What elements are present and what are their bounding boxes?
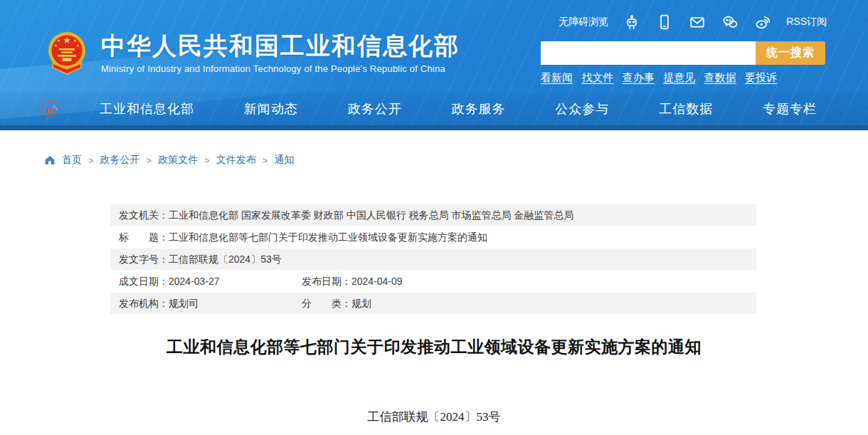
article-doc-number: 工信部联规〔2024〕53号 [0, 409, 868, 425]
document-meta-table: 发文机关：工业和信息化部 国家发展改革委 财政部 中国人民银行 税务总局 市场监… [110, 204, 756, 315]
crumb-notice[interactable]: 通知 [274, 154, 294, 167]
nav-item-miit-data[interactable]: 工信数据 [659, 100, 713, 117]
meta-value: 工信部联规〔2024〕53号 [169, 253, 282, 265]
meta-label: 发文机关： [119, 209, 169, 221]
crumb-separator: > [147, 155, 152, 166]
meta-value: 规划 [351, 298, 371, 309]
meta-label: 发布机构： [119, 298, 169, 309]
meta-label: 发文字号： [119, 253, 169, 265]
meta-pair-publisher: 发布机构：规划司 [119, 293, 299, 314]
meta-value: 规划司 [169, 298, 199, 309]
nav-item-news[interactable]: 新闻动态 [244, 100, 298, 117]
weibo-icon[interactable] [753, 13, 772, 31]
brand-text: 中华人民共和国工业和信息化部 Ministry of Industry and … [101, 31, 460, 74]
article-title: 工业和信息化部等七部门关于印发推动工业领域设备更新实施方案的通知 [0, 336, 868, 358]
breadcrumb: 首页 > 政务公开 > 政策文件 > 文件发布 > 通知 [44, 154, 294, 167]
svg-text:★: ★ [63, 35, 71, 46]
site-header: 无障碍浏览 [0, 0, 868, 125]
meta-row-publisher-category: 发布机构：规划司 分 类：规划 [110, 293, 756, 314]
brand: ★ ★ ★ ★ ★ 中华人民共和国工业和信息化部 Ministry of Ind… [47, 31, 460, 75]
quick-link-data[interactable]: 查数据 [704, 71, 736, 85]
home-icon[interactable] [44, 154, 55, 165]
mobile-icon[interactable] [655, 13, 674, 31]
meta-label: 分 类： [302, 298, 351, 309]
svg-text:★: ★ [73, 38, 77, 43]
mail-icon[interactable] [688, 13, 706, 31]
crumb-separator: > [263, 155, 268, 166]
meta-value: 工业和信息化部等七部门关于印发推动工业领域设备更新实施方案的通知 [169, 231, 487, 243]
site-subtitle: Ministry of Industry and Information Tec… [101, 63, 460, 74]
quick-links: 看新闻 找文件 查办事 提意见 查数据 要投诉 [541, 71, 777, 85]
meta-pair-publish-date: 发布日期：2024-04-09 [302, 276, 403, 287]
meta-row-title: 标 题：工业和信息化部等七部门关于印发推动工业领域设备更新实施方案的通知 [110, 226, 756, 248]
quick-link-services[interactable]: 查办事 [623, 71, 655, 85]
site-title: 中华人民共和国工业和信息化部 [101, 31, 460, 60]
main-nav: e 工业和信息化部 新闻动态 政务公开 政务服务 公众参与 工信数据 专题专栏 [0, 93, 868, 125]
nav-item-gov-disclosure[interactable]: 政务公开 [348, 100, 402, 117]
meta-label: 成文日期： [119, 276, 169, 287]
crumb-gov-disclosure[interactable]: 政务公开 [100, 154, 140, 167]
crumb-separator: > [204, 155, 210, 166]
page: 无障碍浏览 [0, 0, 868, 435]
national-emblem-icon: ★ ★ ★ ★ ★ [47, 31, 87, 75]
accessibility-link[interactable]: 无障碍浏览 [559, 16, 608, 28]
rss-link[interactable]: RSS订阅 [786, 16, 827, 28]
nav-item-miit[interactable]: 工业和信息化部 [100, 100, 194, 117]
svg-text:e: e [46, 103, 53, 116]
svg-text:★: ★ [76, 43, 80, 48]
meta-value: 2024-04-09 [351, 276, 403, 287]
svg-text:★: ★ [54, 43, 58, 48]
crumb-separator: > [88, 155, 94, 166]
quick-link-news[interactable]: 看新闻 [541, 71, 573, 85]
meta-row-dates: 成文日期：2024-03-27 发布日期：2024-04-09 [110, 271, 756, 292]
quick-link-suggestions[interactable]: 提意见 [663, 71, 695, 85]
search-bar: 统一搜索 [541, 41, 825, 65]
meta-label: 发布日期： [302, 276, 351, 287]
meta-value: 工业和信息化部 国家发展改革委 财政部 中国人民银行 税务总局 市场监管总局 金… [169, 209, 573, 221]
search-input[interactable] [541, 41, 756, 65]
meta-pair-category: 分 类：规划 [302, 298, 371, 309]
svg-text:★: ★ [57, 38, 60, 43]
meta-pair-written-date: 成文日期：2024-03-27 [119, 271, 299, 292]
unified-search-button[interactable]: 统一搜索 [756, 41, 825, 65]
crumb-document-release[interactable]: 文件发布 [216, 154, 256, 167]
quick-link-documents[interactable]: 找文件 [581, 71, 613, 85]
nav-item-public-participation[interactable]: 公众参与 [555, 100, 609, 117]
crumb-policy-documents[interactable]: 政策文件 [158, 154, 198, 167]
quick-link-complaints[interactable]: 要投诉 [745, 71, 777, 85]
nav-bottom-strip [0, 125, 868, 130]
wechat-icon[interactable] [721, 13, 739, 31]
meta-row-document-number: 发文字号：工信部联规〔2024〕53号 [110, 248, 756, 270]
nav-item-gov-services[interactable]: 政务服务 [451, 100, 505, 117]
crumb-home[interactable]: 首页 [62, 154, 82, 167]
meta-value: 2024-03-27 [169, 276, 220, 287]
search-area: 统一搜索 看新闻 找文件 查办事 提意见 查数据 要投诉 [541, 41, 825, 85]
nav-items: 工业和信息化部 新闻动态 政务公开 政务服务 公众参与 工信数据 专题专栏 [100, 93, 817, 125]
robot-icon[interactable] [623, 13, 641, 31]
meta-label: 标 题： [119, 231, 169, 243]
topbar: 无障碍浏览 [559, 11, 827, 33]
nav-item-special-columns[interactable]: 专题专栏 [763, 100, 817, 117]
meta-row-issuing-agency: 发文机关：工业和信息化部 国家发展改革委 财政部 中国人民银行 税务总局 市场监… [110, 204, 756, 226]
miit-e-logo-icon: e [40, 99, 60, 119]
